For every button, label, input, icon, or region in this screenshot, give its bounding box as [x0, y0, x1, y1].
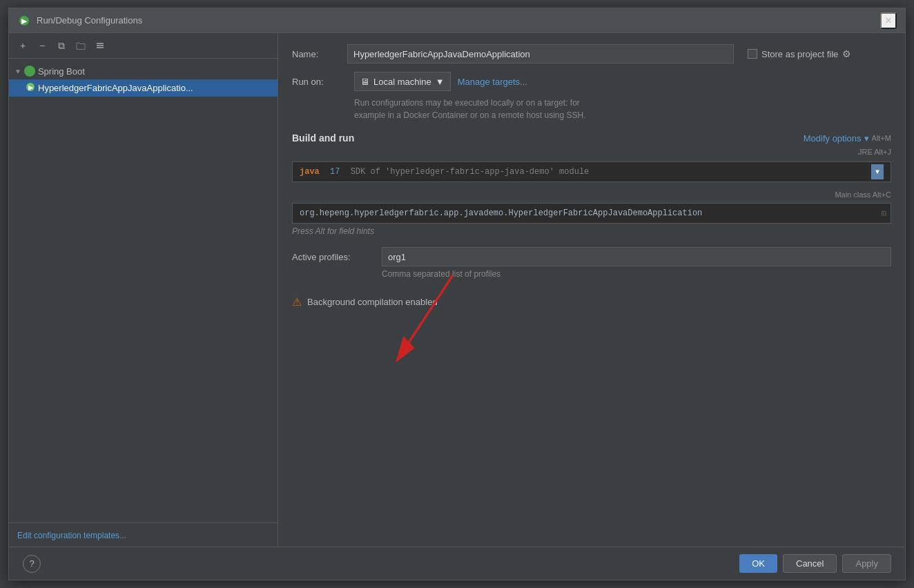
java-sdk-field[interactable]: java 17 SDK of 'hyperledger-fabric-app-j…: [292, 161, 891, 182]
apply-button[interactable]: Apply: [842, 554, 891, 573]
shortcut-block: Modify options ▾ Alt+M: [804, 133, 891, 144]
svg-line-8: [397, 275, 453, 361]
field-hints: Press Alt for field hints: [292, 226, 891, 236]
profiles-row: Active profiles:: [292, 247, 891, 266]
action-buttons: OK Cancel Apply: [739, 554, 891, 573]
app-config-label: HyperledgerFabricAppJavaApplicatio...: [38, 83, 193, 93]
spring-boot-label: Spring Boot: [38, 66, 85, 77]
run-on-dropdown[interactable]: 🖥 Local machine ▼: [354, 72, 451, 91]
svg-text:▶: ▶: [21, 17, 28, 25]
jre-shortcut-hint: JRE Alt+J: [858, 148, 891, 156]
right-panel: Name: Store as project file ⚙ Run on: 🖥 …: [278, 33, 905, 547]
left-toolbar: + − ⧉: [9, 33, 278, 59]
java-sdk-container: java 17 SDK of 'hyperledger-fabric-app-j…: [292, 161, 891, 185]
profiles-input[interactable]: [382, 247, 891, 266]
title-bar: ▶ Run/Debug Configurations ×: [9, 8, 905, 33]
dropdown-arrow-icon: ▼: [436, 77, 445, 87]
run-on-label: Run on:: [292, 77, 347, 87]
name-label: Name:: [292, 49, 347, 59]
left-panel: + − ⧉: [9, 33, 278, 547]
expand-icon: ▼: [14, 68, 21, 75]
java-keyword: java: [300, 167, 320, 177]
local-machine-icon: 🖥: [360, 77, 369, 87]
profiles-hint: Comma separated list of profiles: [382, 269, 891, 279]
folder-config-button[interactable]: [72, 37, 89, 54]
copy-config-button[interactable]: ⧉: [53, 37, 70, 54]
spring-boot-group: ▼ Spring Boot ▶ HyperledgerFabricAppJava…: [9, 61, 278, 98]
build-run-title: Build and run: [292, 133, 354, 144]
name-row: Name: Store as project file ⚙: [292, 44, 891, 63]
run-on-row: Run on: 🖥 Local machine ▼ Manage targets…: [292, 72, 891, 91]
modify-options-link[interactable]: Modify options ▾: [804, 133, 869, 144]
build-run-header: Build and run Modify options ▾ Alt+M: [292, 133, 891, 144]
profiles-label: Active profiles:: [292, 252, 375, 262]
name-input[interactable]: [347, 44, 734, 63]
store-checkbox-label[interactable]: Store as project file: [748, 49, 838, 59]
bottom-bar: ? OK Cancel Apply: [9, 547, 905, 580]
expand-field-icon[interactable]: ⊡: [882, 208, 886, 219]
spring-boot-icon: [24, 66, 35, 77]
main-class-field[interactable]: org.hepeng.hyperledgerfabric.app.javadem…: [292, 203, 891, 224]
close-button[interactable]: ×: [880, 12, 897, 29]
run-debug-dialog: ▶ Run/Debug Configurations × + − ⧉: [8, 8, 906, 580]
local-machine-label: Local machine: [373, 77, 431, 87]
spring-boot-parent[interactable]: ▼ Spring Boot: [9, 63, 278, 79]
java-version: 17: [330, 167, 340, 177]
store-gear-icon[interactable]: ⚙: [842, 48, 851, 59]
add-config-button[interactable]: +: [14, 37, 31, 54]
remove-config-button[interactable]: −: [34, 37, 50, 54]
dialog-icon: ▶: [17, 14, 31, 28]
modify-options-chevron: ▾: [864, 133, 869, 144]
help-button[interactable]: ?: [23, 555, 41, 573]
modify-shortcut: Alt+M: [872, 134, 891, 142]
spring-app-icon: ▶: [26, 82, 35, 94]
store-label: Store as project file: [761, 49, 838, 59]
warning-text: Background compilation enabled: [307, 297, 438, 307]
main-class-text: org.hepeng.hyperledgerfabric.app.javadem…: [300, 208, 702, 218]
java-sdk-rest: SDK of 'hyperledger-fabric-app-java-demo…: [351, 167, 590, 177]
manage-targets-link[interactable]: Manage targets...: [458, 77, 527, 87]
warning-icon: ⚠: [292, 295, 302, 308]
store-checkbox[interactable]: [748, 49, 757, 59]
app-config-item[interactable]: ▶ HyperledgerFabricAppJavaApplicatio...: [9, 79, 278, 97]
store-area: Store as project file ⚙: [748, 48, 851, 59]
sort-config-button[interactable]: [92, 37, 108, 54]
main-class-shortcut: Main class Alt+C: [835, 190, 891, 199]
main-class-hint-area: Main class Alt+C: [292, 188, 891, 200]
dialog-content: + − ⧉: [9, 33, 905, 547]
cancel-button[interactable]: Cancel: [783, 554, 837, 573]
sdk-dropdown-arrow: ▼: [871, 164, 884, 179]
svg-text:▶: ▶: [28, 84, 34, 91]
edit-templates-link[interactable]: Edit configuration templates...: [17, 531, 126, 540]
run-on-description: Run configurations may be executed local…: [354, 97, 891, 121]
config-tree: ▼ Spring Boot ▶ HyperledgerFabricAppJava…: [9, 59, 278, 522]
dialog-title: Run/Debug Configurations: [37, 15, 880, 26]
ok-button[interactable]: OK: [739, 554, 777, 573]
warning-row: ⚠ Background compilation enabled: [292, 295, 891, 308]
left-footer: Edit configuration templates...: [9, 522, 278, 547]
